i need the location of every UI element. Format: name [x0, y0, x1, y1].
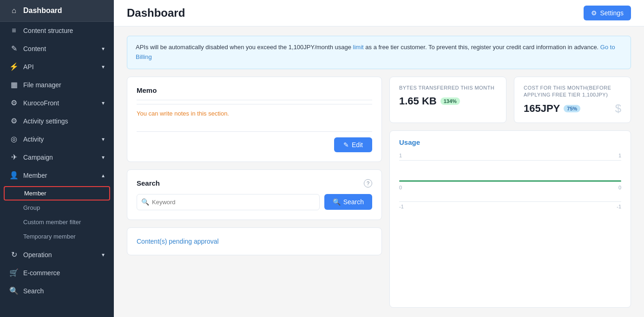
help-icon[interactable]: ? — [364, 179, 372, 188]
gear-icon: ⚙ — [591, 9, 597, 17]
sidebar-item-group[interactable]: Group — [0, 201, 114, 215]
operation-icon: ↻ — [9, 250, 19, 259]
y-axis-top-right: 1 — [618, 153, 621, 158]
sidebar-item-kurocofront[interactable]: ⚙ KurocoFront ▾ — [0, 94, 114, 112]
home-icon: ⌂ — [9, 6, 19, 15]
right-column: BYTES TRANSFERRED THIS MONTH 1.65 KB 134… — [389, 77, 631, 308]
chevron-down-icon: ▾ — [102, 252, 105, 258]
search-btn-icon: 🔍 — [333, 198, 341, 206]
bytes-value: 1.65 KB — [399, 95, 437, 107]
search-card-header: Search ? — [137, 179, 372, 188]
sidebar-item-member-parent[interactable]: 👤 Member ▴ — [0, 166, 114, 184]
content-area: APIs will be automatically disabled when… — [114, 26, 644, 317]
stats-row: BYTES TRANSFERRED THIS MONTH 1.65 KB 134… — [389, 77, 631, 123]
ecommerce-icon: 🛒 — [9, 268, 19, 277]
edit-button[interactable]: ✎ Edit — [334, 137, 372, 152]
search-input-wrap: 🔍 — [137, 194, 320, 210]
cost-badge: 75% — [564, 105, 580, 112]
page-title: Dashboard — [127, 6, 185, 19]
search-card-title: Search — [137, 179, 160, 187]
sidebar-item-operation[interactable]: ↻ Operation ▾ — [0, 246, 114, 264]
usage-card: Usage 1 1 — [389, 130, 631, 308]
campaign-icon: ✈ — [9, 153, 19, 162]
list-icon: ≡ — [9, 26, 19, 35]
chart-bottom-labels: -1 -1 — [399, 204, 621, 209]
chevron-down-icon: ▾ — [102, 64, 105, 70]
bytes-value-row: 1.65 KB 134% — [399, 95, 497, 107]
usage-title: Usage — [399, 138, 621, 146]
limit-link[interactable]: limit — [353, 44, 364, 51]
chevron-up-icon: ▴ — [102, 172, 105, 179]
sidebar: ⌂ Dashboard ≡ Content structure ✎ Conten… — [0, 0, 114, 317]
dollar-icon: $ — [615, 102, 621, 115]
search-icon: 🔍 — [141, 198, 149, 206]
keyword-input[interactable] — [137, 194, 320, 210]
gear-icon: ⚙ — [9, 98, 19, 107]
y-axis-bottom-left: -1 — [399, 204, 404, 209]
sidebar-item-activity-settings[interactable]: ⚙ Activity settings — [0, 112, 114, 130]
chevron-down-icon: ▾ — [102, 136, 105, 142]
sidebar-item-search[interactable]: 🔍 Search — [0, 282, 114, 300]
chevron-down-icon: ▾ — [102, 100, 105, 106]
chart-area: 1 1 0 0 — [399, 153, 621, 227]
memo-title: Memo — [137, 86, 372, 94]
folder-icon: ▦ — [9, 80, 19, 89]
member-icon: 👤 — [9, 171, 19, 180]
cost-value-row: 165JPY 75% $ — [524, 102, 621, 115]
chart-green-line — [399, 181, 621, 182]
search-row: 🔍 🔍 Search — [137, 194, 372, 210]
bytes-label: BYTES TRANSFERRED THIS MONTH — [399, 84, 497, 91]
activity-icon: ◎ — [9, 135, 19, 143]
pending-approval-link[interactable]: Content(s) pending approval — [137, 238, 219, 245]
sidebar-item-custom-member-filter[interactable]: Custom member filter — [0, 215, 114, 229]
search-button[interactable]: 🔍 Search — [324, 194, 372, 210]
sidebar-item-temporary-member[interactable]: Temporary member — [0, 229, 114, 244]
pending-card: Content(s) pending approval — [127, 227, 382, 255]
y-zero-left: 0 — [399, 185, 402, 190]
bytes-badge: 134% — [440, 97, 460, 105]
edit-icon: ✎ — [9, 44, 19, 53]
y-zero-right: 0 — [618, 185, 621, 190]
sidebar-item-api[interactable]: ⚡ API ▾ — [0, 58, 114, 76]
api-icon: ⚡ — [9, 62, 19, 71]
search-card: Search ? 🔍 🔍 Search — [127, 169, 382, 220]
cost-card: COST FOR THIS MONTH(BEFORE APPLYING FREE… — [514, 77, 631, 123]
y-axis-bottom-right: -1 — [617, 204, 621, 209]
cost-label: COST FOR THIS MONTH(BEFORE APPLYING FREE… — [524, 84, 621, 99]
chart-top-labels: 1 1 — [399, 153, 621, 158]
sidebar-item-content-structure[interactable]: ≡ Content structure — [0, 22, 114, 39]
chevron-down-icon: ▾ — [102, 154, 105, 161]
cost-value: 165JPY — [524, 103, 560, 115]
sidebar-item-ecommerce[interactable]: 🛒 E-commerce — [0, 264, 114, 282]
bytes-transferred-card: BYTES TRANSFERRED THIS MONTH 1.65 KB 134… — [389, 77, 506, 123]
chevron-down-icon: ▾ — [102, 45, 105, 52]
sidebar-item-content[interactable]: ✎ Content ▾ — [0, 39, 114, 58]
memo-card: Memo You can write notes in this section… — [127, 77, 382, 162]
search-icon: 🔍 — [9, 286, 19, 295]
pencil-icon: ✎ — [343, 141, 349, 149]
sidebar-item-campaign[interactable]: ✈ Campaign ▾ — [0, 148, 114, 166]
settings-button[interactable]: ⚙ Settings — [584, 6, 631, 20]
two-column-layout: Memo You can write notes in this section… — [127, 77, 631, 308]
memo-content: You can write notes in this section. — [137, 104, 372, 132]
left-column: Memo You can write notes in this section… — [127, 77, 382, 308]
sidebar-item-activity[interactable]: ◎ Activity ▾ — [0, 130, 114, 148]
topbar: Dashboard ⚙ Settings — [114, 0, 644, 26]
sidebar-item-dashboard[interactable]: ⌂ Dashboard — [0, 0, 114, 22]
sidebar-item-member[interactable]: Member — [4, 186, 110, 201]
main-content: Dashboard ⚙ Settings APIs will be automa… — [114, 0, 644, 317]
sidebar-item-file-manager[interactable]: ▦ File manager — [0, 76, 114, 94]
y-axis-top-left: 1 — [399, 153, 402, 158]
settings-icon: ⚙ — [9, 116, 19, 125]
alert-banner: APIs will be automatically disabled when… — [127, 36, 631, 69]
